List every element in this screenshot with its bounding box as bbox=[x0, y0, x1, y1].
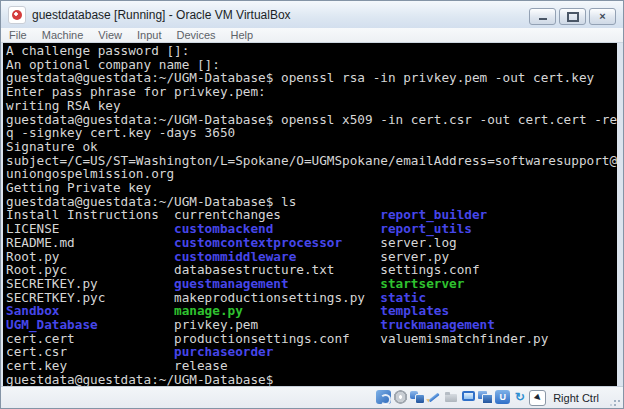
status-bar: U↻▶ Right Ctrl bbox=[1, 386, 623, 408]
features-icon[interactable]: ↻ bbox=[512, 390, 527, 404]
title-bar[interactable]: guestdatabase [Running] - Oracle VM Virt… bbox=[1, 1, 623, 28]
menu-help[interactable]: Help bbox=[231, 28, 263, 42]
status-device-icons: U↻▶ bbox=[376, 390, 546, 406]
vm-console-screen[interactable]: A challenge password []:An optional comp… bbox=[3, 43, 617, 386]
network-icon[interactable] bbox=[410, 390, 425, 404]
shared-folder-icon[interactable] bbox=[444, 390, 459, 404]
menu-view[interactable]: View bbox=[98, 28, 131, 42]
menu-devices[interactable]: Devices bbox=[176, 28, 224, 42]
display-icon[interactable] bbox=[461, 390, 476, 404]
menu-input[interactable]: Input bbox=[137, 28, 170, 42]
usb-icon[interactable]: U bbox=[495, 390, 510, 404]
menu-machine[interactable]: Machine bbox=[42, 28, 93, 42]
hard-disk-icon[interactable] bbox=[376, 390, 391, 404]
maximize-icon bbox=[567, 12, 579, 22]
close-button[interactable]: × bbox=[589, 8, 616, 25]
menu-bar: File Machine View Input Devices Help bbox=[1, 28, 623, 43]
optical-disc-icon[interactable] bbox=[393, 390, 408, 404]
virtualbox-window: guestdatabase [Running] - Oracle VM Virt… bbox=[0, 0, 624, 409]
seamless-windows-icon[interactable] bbox=[478, 390, 493, 404]
minimize-icon bbox=[539, 18, 547, 20]
window-controls: × bbox=[529, 8, 616, 25]
window-title: guestdatabase [Running] - Oracle VM Virt… bbox=[32, 8, 291, 22]
menu-file[interactable]: File bbox=[9, 28, 36, 42]
mouse-integration-icon[interactable]: ▶ bbox=[529, 390, 546, 406]
maximize-button[interactable] bbox=[559, 8, 586, 25]
close-icon: × bbox=[599, 11, 605, 22]
terminal-output: A challenge password []:An optional comp… bbox=[3, 43, 617, 386]
resize-grip[interactable] bbox=[605, 395, 617, 407]
host-key-label: Right Ctrl bbox=[553, 392, 599, 404]
virtualbox-app-icon bbox=[8, 6, 26, 24]
minimize-button[interactable] bbox=[529, 8, 556, 25]
pencil-icon[interactable] bbox=[427, 390, 442, 404]
